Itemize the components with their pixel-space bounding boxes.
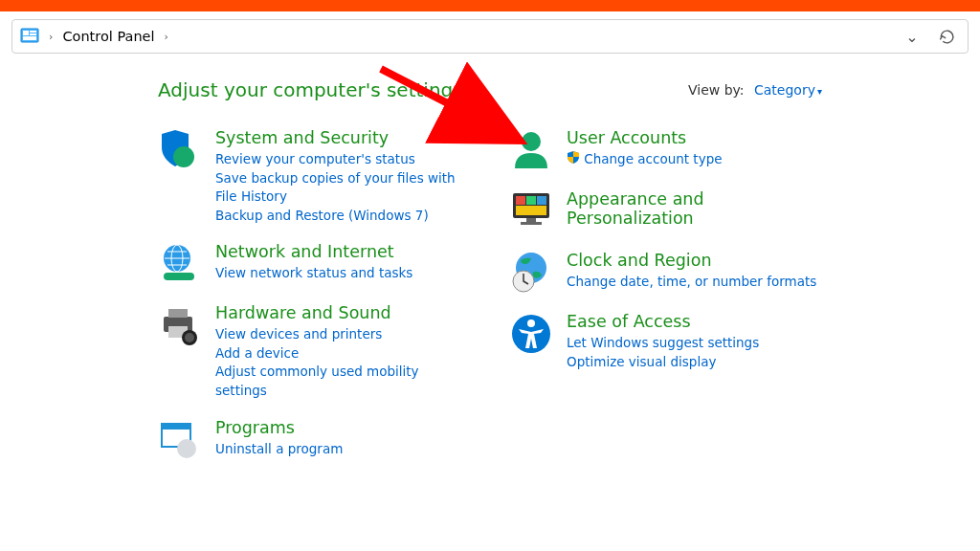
- globe-icon: [158, 242, 202, 286]
- category-link[interactable]: Optimize visual display: [567, 353, 759, 372]
- svg-point-17: [522, 132, 541, 151]
- clock-globe-icon: [509, 251, 553, 295]
- svg-rect-21: [537, 196, 546, 205]
- chevron-right-icon[interactable]: ›: [163, 31, 170, 43]
- category-title[interactable]: Ease of Access: [567, 312, 759, 331]
- svg-rect-22: [516, 206, 546, 215]
- category-link[interactable]: View network status and tasks: [215, 264, 412, 283]
- category-appearance: Appearance and Personalization: [509, 189, 822, 233]
- chevron-right-icon[interactable]: ›: [47, 31, 55, 43]
- svg-rect-23: [526, 218, 536, 222]
- breadcrumb[interactable]: › Control Panel › ⌄: [11, 19, 969, 54]
- category-column-left: System and Security Review your computer…: [158, 128, 471, 479]
- svg-point-28: [527, 320, 535, 327]
- category-link[interactable]: Change date, time, or number formats: [567, 273, 816, 292]
- category-system-security: System and Security Review your computer…: [158, 128, 471, 225]
- category-programs: Programs Uninstall a program: [158, 418, 471, 462]
- page-title: Adjust your computer's settings: [158, 78, 463, 101]
- viewby-dropdown[interactable]: Category▾: [754, 82, 822, 98]
- svg-rect-3: [30, 33, 36, 35]
- category-title[interactable]: Programs: [215, 418, 343, 437]
- category-user-accounts: User Accounts Change account type: [509, 128, 822, 172]
- category-title[interactable]: Appearance and Personalization: [567, 189, 822, 228]
- chevron-down-icon[interactable]: ⌄: [899, 23, 925, 50]
- svg-rect-24: [521, 222, 542, 225]
- svg-point-5: [173, 146, 194, 167]
- control-panel-icon: [20, 27, 39, 46]
- monitor-icon: [509, 189, 553, 233]
- category-title[interactable]: Hardware and Sound: [215, 303, 471, 322]
- category-link[interactable]: Adjust commonly used mobility settings: [215, 363, 471, 400]
- category-column-right: User Accounts Change account type Appear…: [509, 128, 822, 479]
- uac-shield-icon: [567, 150, 580, 164]
- category-link[interactable]: Backup and Restore (Windows 7): [215, 207, 471, 226]
- window-accent-bar: [0, 0, 980, 11]
- category-link[interactable]: Uninstall a program: [215, 440, 343, 459]
- category-link[interactable]: View devices and printers: [215, 325, 471, 344]
- category-title[interactable]: Network and Internet: [215, 242, 412, 261]
- accessibility-icon: [509, 312, 553, 356]
- category-title[interactable]: User Accounts: [567, 128, 723, 147]
- svg-rect-1: [23, 31, 29, 35]
- category-hardware: Hardware and Sound View devices and prin…: [158, 303, 471, 400]
- category-ease-of-access: Ease of Access Let Windows suggest setti…: [509, 312, 822, 371]
- viewby-label: View by:: [688, 82, 745, 98]
- svg-point-13: [185, 333, 194, 342]
- category-clock-region: Clock and Region Change date, time, or n…: [509, 251, 822, 295]
- svg-rect-15: [162, 424, 190, 430]
- svg-rect-2: [30, 31, 36, 33]
- refresh-icon[interactable]: [933, 23, 960, 50]
- svg-rect-4: [23, 36, 36, 40]
- svg-rect-8: [164, 273, 194, 280]
- svg-rect-19: [516, 196, 525, 205]
- svg-rect-10: [168, 309, 188, 318]
- category-link[interactable]: Change account type: [567, 150, 723, 169]
- category-link[interactable]: Let Windows suggest settings: [567, 334, 759, 353]
- programs-icon: [158, 418, 202, 462]
- shield-icon: [158, 128, 202, 172]
- user-icon: [509, 128, 553, 172]
- category-link[interactable]: Save backup copies of your files with Fi…: [215, 169, 471, 207]
- category-link[interactable]: Review your computer's status: [215, 150, 471, 169]
- category-title[interactable]: System and Security: [215, 128, 471, 147]
- category-link[interactable]: Add a device: [215, 344, 471, 364]
- svg-rect-20: [526, 196, 536, 205]
- svg-point-16: [177, 439, 196, 458]
- printer-icon: [158, 303, 202, 347]
- category-title[interactable]: Clock and Region: [567, 251, 816, 270]
- breadcrumb-item[interactable]: Control Panel: [62, 29, 154, 44]
- category-network: Network and Internet View network status…: [158, 242, 471, 286]
